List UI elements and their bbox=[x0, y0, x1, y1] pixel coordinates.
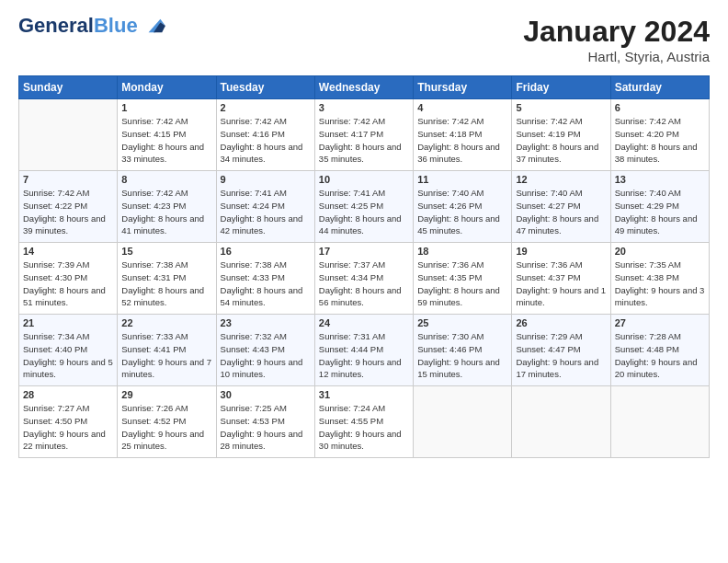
cell-content: Sunrise: 7:42 AMSunset: 4:22 PMDaylight:… bbox=[23, 187, 113, 237]
sunrise: Sunrise: 7:28 AM bbox=[615, 331, 681, 341]
daylight: Daylight: 9 hours and 3 minutes. bbox=[615, 285, 705, 308]
daylight: Daylight: 8 hours and 51 minutes. bbox=[23, 285, 106, 308]
cell-content: Sunrise: 7:26 AMSunset: 4:52 PMDaylight:… bbox=[121, 402, 211, 453]
sunset: Sunset: 4:27 PM bbox=[516, 201, 580, 211]
day-number: 16 bbox=[221, 246, 311, 257]
weekday-header: Sunday bbox=[19, 76, 118, 99]
title-block: January 2024 Hartl, Styria, Austria bbox=[523, 15, 710, 64]
day-number: 12 bbox=[516, 174, 606, 185]
calendar-cell: 22Sunrise: 7:33 AMSunset: 4:41 PMDayligh… bbox=[118, 315, 216, 386]
sunrise: Sunrise: 7:42 AM bbox=[615, 116, 681, 126]
cell-content: Sunrise: 7:42 AMSunset: 4:17 PMDaylight:… bbox=[319, 115, 409, 166]
cell-content: Sunrise: 7:40 AMSunset: 4:27 PMDaylight:… bbox=[516, 187, 606, 237]
calendar-week-row: 28Sunrise: 7:27 AMSunset: 4:50 PMDayligh… bbox=[19, 386, 710, 458]
cell-content: Sunrise: 7:39 AMSunset: 4:30 PMDaylight:… bbox=[23, 259, 113, 309]
calendar-cell: 31Sunrise: 7:24 AMSunset: 4:55 PMDayligh… bbox=[314, 386, 413, 458]
calendar-cell: 24Sunrise: 7:31 AMSunset: 4:44 PMDayligh… bbox=[314, 315, 413, 386]
cell-content: Sunrise: 7:38 AMSunset: 4:33 PMDaylight:… bbox=[221, 259, 311, 309]
sunset: Sunset: 4:33 PM bbox=[221, 272, 285, 282]
sunset: Sunset: 4:34 PM bbox=[319, 272, 383, 282]
sunset: Sunset: 4:22 PM bbox=[23, 201, 87, 211]
cell-content: Sunrise: 7:42 AMSunset: 4:16 PMDaylight:… bbox=[221, 115, 311, 166]
cell-content: Sunrise: 7:38 AMSunset: 4:31 PMDaylight:… bbox=[121, 259, 211, 309]
calendar-cell: 26Sunrise: 7:29 AMSunset: 4:47 PMDayligh… bbox=[512, 315, 610, 386]
daylight: Daylight: 8 hours and 59 minutes. bbox=[417, 285, 500, 308]
daylight: Daylight: 8 hours and 38 minutes. bbox=[615, 142, 698, 165]
logo: GeneralBlue bbox=[18, 15, 167, 37]
calendar-week-row: 7Sunrise: 7:42 AMSunset: 4:22 PMDaylight… bbox=[19, 171, 710, 243]
sunrise: Sunrise: 7:38 AM bbox=[121, 259, 188, 270]
calendar-cell bbox=[19, 99, 118, 171]
day-number: 22 bbox=[121, 317, 211, 328]
daylight: Daylight: 9 hours and 10 minutes. bbox=[221, 357, 303, 380]
daylight: Daylight: 9 hours and 22 minutes. bbox=[23, 429, 106, 452]
sunrise: Sunrise: 7:35 AM bbox=[615, 259, 681, 270]
sunset: Sunset: 4:26 PM bbox=[417, 201, 482, 211]
day-number: 30 bbox=[221, 389, 311, 400]
sunset: Sunset: 4:25 PM bbox=[319, 201, 383, 211]
day-number: 27 bbox=[615, 317, 705, 328]
sunset: Sunset: 4:20 PM bbox=[615, 129, 679, 139]
sunrise: Sunrise: 7:27 AM bbox=[23, 403, 89, 413]
sunset: Sunset: 4:29 PM bbox=[615, 201, 679, 211]
daylight: Daylight: 8 hours and 54 minutes. bbox=[221, 285, 303, 308]
calendar-cell bbox=[610, 386, 709, 458]
cell-content: Sunrise: 7:40 AMSunset: 4:29 PMDaylight:… bbox=[615, 187, 705, 237]
page-container: GeneralBlue January 2024 Hartl, Styria, … bbox=[0, 0, 728, 467]
weekday-header: Thursday bbox=[414, 76, 512, 99]
sunrise: Sunrise: 7:42 AM bbox=[221, 116, 287, 126]
sunrise: Sunrise: 7:36 AM bbox=[516, 259, 582, 270]
daylight: Daylight: 9 hours and 17 minutes. bbox=[516, 357, 598, 380]
sunset: Sunset: 4:38 PM bbox=[615, 272, 679, 282]
calendar-week-row: 21Sunrise: 7:34 AMSunset: 4:40 PMDayligh… bbox=[19, 315, 710, 386]
page-header: GeneralBlue January 2024 Hartl, Styria, … bbox=[18, 15, 710, 64]
daylight: Daylight: 9 hours and 7 minutes. bbox=[121, 357, 211, 380]
day-number: 26 bbox=[516, 317, 606, 328]
cell-content: Sunrise: 7:40 AMSunset: 4:26 PMDaylight:… bbox=[417, 187, 507, 237]
day-number: 8 bbox=[121, 174, 211, 185]
calendar-cell: 13Sunrise: 7:40 AMSunset: 4:29 PMDayligh… bbox=[610, 171, 709, 243]
day-number: 20 bbox=[615, 246, 705, 257]
calendar-body: 1Sunrise: 7:42 AMSunset: 4:15 PMDaylight… bbox=[19, 99, 710, 458]
calendar-cell: 14Sunrise: 7:39 AMSunset: 4:30 PMDayligh… bbox=[19, 243, 118, 315]
daylight: Daylight: 9 hours and 25 minutes. bbox=[121, 429, 204, 452]
day-number: 17 bbox=[319, 246, 409, 257]
month-title: January 2024 bbox=[523, 15, 710, 49]
cell-content: Sunrise: 7:35 AMSunset: 4:38 PMDaylight:… bbox=[615, 259, 705, 309]
sunrise: Sunrise: 7:41 AM bbox=[319, 188, 385, 198]
calendar-cell bbox=[414, 386, 512, 458]
weekday-header: Saturday bbox=[610, 76, 709, 99]
sunrise: Sunrise: 7:38 AM bbox=[221, 259, 287, 270]
sunrise: Sunrise: 7:42 AM bbox=[121, 116, 188, 126]
sunset: Sunset: 4:48 PM bbox=[615, 344, 679, 354]
day-number: 14 bbox=[23, 246, 113, 257]
sunrise: Sunrise: 7:25 AM bbox=[221, 403, 287, 413]
logo-text: GeneralBlue bbox=[18, 15, 138, 37]
sunrise: Sunrise: 7:41 AM bbox=[221, 188, 287, 198]
daylight: Daylight: 9 hours and 15 minutes. bbox=[417, 357, 500, 380]
calendar-cell: 12Sunrise: 7:40 AMSunset: 4:27 PMDayligh… bbox=[512, 171, 610, 243]
sunrise: Sunrise: 7:40 AM bbox=[417, 188, 483, 198]
weekday-header: Friday bbox=[512, 76, 610, 99]
sunrise: Sunrise: 7:40 AM bbox=[516, 188, 582, 198]
cell-content: Sunrise: 7:34 AMSunset: 4:40 PMDaylight:… bbox=[23, 330, 113, 381]
sunset: Sunset: 4:17 PM bbox=[319, 129, 383, 139]
daylight: Daylight: 9 hours and 28 minutes. bbox=[221, 429, 303, 452]
sunset: Sunset: 4:46 PM bbox=[417, 344, 482, 354]
weekday-header: Monday bbox=[118, 76, 216, 99]
daylight: Daylight: 9 hours and 20 minutes. bbox=[615, 357, 698, 380]
sunrise: Sunrise: 7:39 AM bbox=[23, 259, 89, 270]
day-number: 5 bbox=[516, 102, 606, 113]
sunset: Sunset: 4:47 PM bbox=[516, 344, 580, 354]
day-number: 15 bbox=[121, 246, 211, 257]
daylight: Daylight: 9 hours and 12 minutes. bbox=[319, 357, 402, 380]
weekday-header: Tuesday bbox=[216, 76, 314, 99]
sunset: Sunset: 4:44 PM bbox=[319, 344, 383, 354]
day-number: 19 bbox=[516, 246, 606, 257]
calendar-cell: 29Sunrise: 7:26 AMSunset: 4:52 PMDayligh… bbox=[118, 386, 216, 458]
sunrise: Sunrise: 7:31 AM bbox=[319, 331, 385, 341]
calendar-cell: 6Sunrise: 7:42 AMSunset: 4:20 PMDaylight… bbox=[610, 99, 709, 171]
day-number: 11 bbox=[417, 174, 507, 185]
sunrise: Sunrise: 7:33 AM bbox=[121, 331, 188, 341]
sunset: Sunset: 4:15 PM bbox=[121, 129, 186, 139]
